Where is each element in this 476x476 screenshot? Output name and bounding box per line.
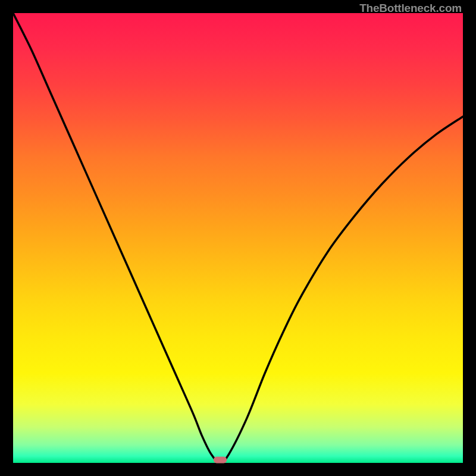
minimum-point-marker — [214, 457, 227, 464]
bottleneck-curve-plot — [13, 13, 463, 463]
chart-frame — [13, 13, 463, 463]
bottleneck-curve-line — [13, 13, 463, 463]
watermark-text: TheBottleneck.com — [359, 2, 462, 15]
